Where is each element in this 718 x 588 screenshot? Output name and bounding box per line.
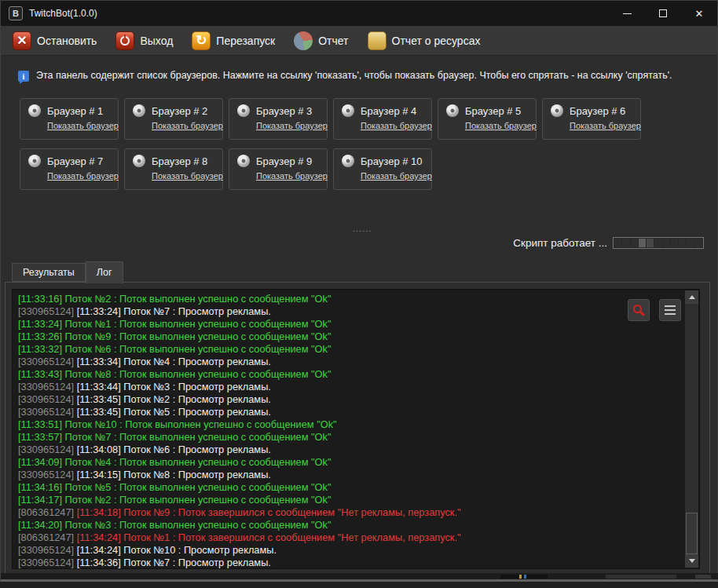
browser-panel-list: Браузер # 1Показать браузерБраузер # 2По…	[20, 98, 648, 190]
app-window: B TwitchBot(1.0.0) ✕ ✕ Остановить Выход …	[0, 0, 718, 582]
progress-segment	[671, 239, 678, 247]
toolbar: ✕ Остановить Выход ↻ Перезапуск Отчет От…	[1, 26, 717, 56]
log-line: [330965124] [11:34:15] Поток №8 : Просмо…	[18, 469, 461, 481]
progress-segment	[687, 239, 694, 247]
chrome-icon	[237, 155, 250, 167]
browser-panel: Браузер # 5Показать браузер	[438, 98, 537, 140]
browser-panel: Браузер # 6Показать браузер	[542, 98, 641, 140]
chrome-icon	[551, 104, 563, 117]
browser-title: Браузер # 1	[47, 105, 103, 117]
progress-segment	[639, 239, 646, 247]
browser-panel: Браузер # 4Показать браузер	[333, 98, 432, 140]
browser-panel: Браузер # 7Показать браузер	[20, 148, 119, 190]
log-line: [330965124] [11:33:44] Поток №3 : Просмо…	[18, 381, 461, 393]
pie-chart-icon	[294, 31, 313, 50]
minimize-icon	[623, 13, 632, 14]
log-line: [330965124] [11:34:08] Поток №6 : Просмо…	[18, 444, 461, 456]
browser-title: Браузер # 8	[152, 155, 207, 167]
log-search-button[interactable]	[628, 299, 650, 321]
show-browser-link[interactable]: Показать браузер	[361, 121, 431, 130]
log-line: [11:33:26] Поток №9 : Поток выполнен усп…	[18, 331, 461, 343]
exit-button[interactable]: Выход	[110, 29, 178, 53]
tab-results[interactable]: Результаты	[12, 263, 86, 282]
log-line: [806361247] [11:34:24] Поток №1 : Поток …	[18, 531, 461, 544]
browser-title: Браузер # 10	[361, 155, 423, 167]
progress-segment	[654, 239, 661, 247]
scroll-down-button[interactable]	[685, 554, 698, 568]
log-line: [11:34:17] Поток №2 : Поток выполнен усп…	[18, 494, 461, 506]
chrome-icon	[237, 104, 250, 117]
log-line: [806361247] [11:34:18] Поток №9 : Поток …	[18, 506, 461, 519]
app-icon: B	[9, 6, 23, 20]
arrow-up-icon	[689, 295, 695, 299]
tab-log[interactable]: Лог	[86, 261, 123, 283]
log-line: [330965124] [11:33:45] Поток №5 : Просмо…	[18, 406, 461, 418]
browser-panel: Браузер # 8Показать браузер	[124, 148, 223, 190]
resource-report-button-label: Отчет о ресурсах	[392, 35, 481, 47]
restart-button[interactable]: ↻ Перезапуск	[186, 29, 280, 53]
browser-panel: Браузер # 2Показать браузер	[124, 98, 223, 140]
log-lines: [11:33:16] Поток №2 : Поток выполнен усп…	[18, 293, 461, 569]
stop-button-label: Остановить	[37, 35, 97, 47]
progress-segment	[663, 239, 670, 247]
show-browser-link[interactable]: Показать браузер	[361, 171, 431, 181]
log-line: [11:33:16] Поток №2 : Поток выполнен усп…	[18, 293, 461, 305]
show-browser-link[interactable]: Показать браузер	[465, 121, 536, 130]
show-browser-link[interactable]: Показать браузер	[152, 121, 222, 130]
show-browser-link[interactable]: Показать браузер	[256, 171, 327, 181]
browser-panel: Браузер # 3Показать браузер	[229, 98, 328, 140]
progress-segment	[679, 239, 686, 247]
title-bar: B TwitchBot(1.0.0) ✕	[1, 1, 717, 26]
report-button[interactable]: Отчет	[288, 29, 354, 53]
tab-panel: [11:33:16] Поток №2 : Поток выполнен усп…	[5, 282, 710, 578]
report-button-label: Отчет	[318, 35, 348, 47]
show-browser-link[interactable]: Показать браузер	[47, 171, 118, 181]
exit-button-label: Выход	[140, 35, 173, 47]
log-line: [11:34:20] Поток №3 : Поток выполнен усп…	[18, 519, 461, 531]
progress-bar	[613, 237, 704, 249]
minimize-button[interactable]	[609, 1, 645, 26]
browser-title: Браузер # 5	[465, 105, 521, 117]
maximize-icon	[659, 9, 667, 17]
log-line: [330965124] [11:34:24] Поток №10 : Просм…	[18, 544, 461, 557]
progress-segment	[631, 239, 638, 247]
scrollbar-thumb[interactable]	[686, 513, 698, 554]
chrome-icon	[342, 104, 354, 117]
show-browser-link[interactable]: Показать браузер	[47, 121, 118, 130]
log-menu-button[interactable]	[659, 299, 681, 321]
show-browser-link[interactable]: Показать браузер	[256, 121, 327, 130]
dots-text: ......	[353, 224, 372, 233]
stop-button[interactable]: ✕ Остановить	[7, 29, 102, 53]
log-line: [330965124] [11:33:34] Поток №4 : Просмо…	[18, 356, 461, 368]
browser-title: Браузер # 7	[47, 155, 103, 167]
chrome-icon	[446, 104, 459, 117]
restart-button-label: Перезапуск	[216, 35, 275, 47]
show-browser-link[interactable]: Показать браузер	[152, 171, 222, 181]
log-line: [330965124] [11:34:36] Поток №7 : Просмо…	[18, 557, 461, 569]
scroll-up-button[interactable]	[685, 290, 698, 304]
script-status-label: Скрипт работает ...	[513, 237, 607, 249]
maximize-button[interactable]	[645, 1, 681, 26]
log-scrollbar[interactable]	[685, 290, 698, 568]
chrome-icon	[28, 104, 41, 117]
resource-report-button[interactable]: Отчет о ресурсах	[362, 29, 486, 53]
power-icon	[115, 31, 134, 50]
info-banner: i Эта панель содержит список браузеров. …	[18, 70, 672, 82]
progress-segment	[614, 239, 621, 247]
show-browser-link[interactable]: Показать браузер	[570, 121, 640, 130]
close-button[interactable]: ✕	[681, 1, 717, 26]
log-line: [11:33:51] Поток №10 : Поток выполнен ус…	[18, 418, 461, 431]
window-title: TwitchBot(1.0.0)	[29, 8, 97, 19]
browser-title: Браузер # 2	[152, 105, 207, 117]
progress-segment	[647, 239, 654, 247]
log-line: [11:33:24] Поток №1 : Поток выполнен усп…	[18, 318, 461, 331]
close-icon: ✕	[695, 8, 704, 20]
stop-icon: ✕	[13, 31, 31, 50]
log-line: [11:33:57] Поток №7 : Поток выполнен усп…	[18, 431, 461, 444]
chrome-icon	[28, 155, 41, 167]
log-console[interactable]: [11:33:16] Поток №2 : Поток выполнен усп…	[12, 289, 700, 569]
progress-segment	[622, 239, 629, 247]
log-line: [11:33:32] Поток №6 : Поток выполнен усп…	[18, 343, 461, 356]
document-lines-icon	[368, 31, 386, 50]
chrome-icon	[133, 104, 145, 117]
